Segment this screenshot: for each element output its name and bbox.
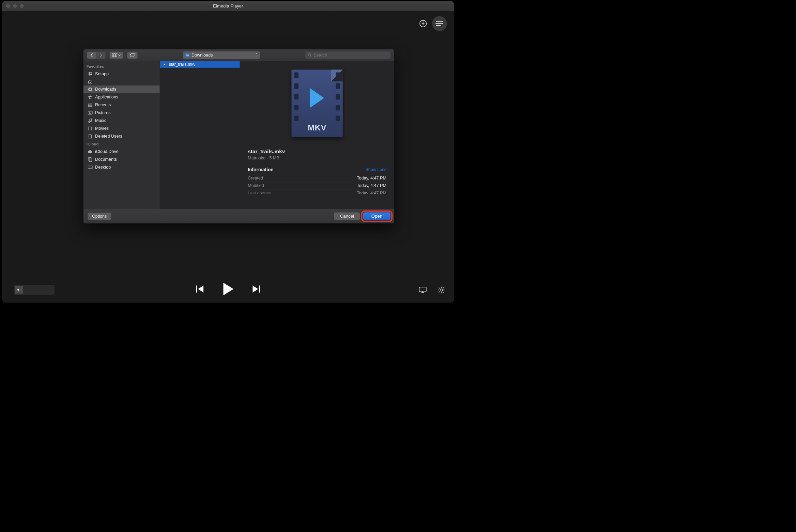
info-row: Last openedToday, 4:47 PM (248, 189, 386, 194)
svg-rect-31 (89, 158, 92, 161)
documents-icon (88, 157, 93, 162)
sidebar-item-label: Downloads (95, 87, 116, 92)
info-value: Today, 4:47 PM (357, 175, 386, 181)
open-file-dialog: Downloads ⌃⌄ FavoritesSetappDownloadsApp… (83, 49, 394, 223)
svg-line-43 (443, 292, 444, 293)
svg-point-37 (440, 289, 443, 291)
svg-rect-19 (88, 104, 92, 107)
sidebar-section-header: Favorites (83, 62, 160, 70)
open-button-highlight: Open (361, 210, 393, 222)
sidebar-item-desktop[interactable]: Desktop (83, 163, 160, 171)
forward-button[interactable] (96, 52, 106, 59)
view-mode-button[interactable] (109, 52, 123, 59)
sidebar-item-pictures[interactable]: Pictures (83, 109, 160, 117)
app-window: Elmedia Player (2, 1, 454, 303)
file-row[interactable]: star_trails.mkv (160, 61, 240, 67)
svg-rect-16 (88, 74, 90, 76)
svg-rect-6 (114, 53, 115, 57)
sidebar: FavoritesSetappDownloadsApplicationsRece… (83, 61, 160, 209)
sidebar-item-label: Deleted Users (95, 134, 122, 139)
sidebar-item-icloud-drive[interactable]: iCloud Drive (83, 148, 160, 156)
airplay-button[interactable] (419, 287, 427, 293)
setapp-icon (88, 71, 93, 76)
svg-point-23 (89, 112, 91, 114)
cloud-icon (88, 149, 93, 154)
svg-line-42 (439, 287, 440, 288)
app-title: Elmedia Player (2, 3, 454, 9)
sidebar-item-label: Movies (95, 126, 109, 131)
svg-rect-5 (112, 53, 113, 57)
home-icon (88, 79, 93, 84)
folder-icon (185, 53, 190, 57)
chevron-down-icon (118, 54, 121, 56)
svg-line-44 (443, 287, 444, 288)
applications-icon (88, 95, 93, 100)
sidebar-item-documents[interactable]: Documents (83, 156, 160, 163)
svg-rect-17 (90, 74, 92, 76)
volume-icon (15, 286, 23, 294)
location-popup[interactable]: Downloads ⌃⌄ (183, 51, 260, 59)
info-label: Last opened (248, 191, 271, 193)
svg-rect-35 (259, 285, 260, 293)
svg-point-4 (435, 23, 436, 24)
options-button[interactable]: Options (88, 213, 111, 220)
downloads-icon (88, 87, 93, 92)
svg-rect-7 (116, 53, 117, 57)
video-file-icon (163, 63, 167, 66)
back-button[interactable] (87, 52, 96, 59)
svg-rect-11 (186, 54, 187, 55)
search-field[interactable] (305, 51, 391, 59)
volume-control[interactable] (14, 285, 55, 295)
document-icon (88, 134, 93, 139)
movies-icon (88, 126, 93, 131)
file-type-label: MKV (291, 123, 342, 133)
sidebar-item-label: Pictures (95, 110, 111, 115)
nav-segment (87, 52, 106, 59)
svg-rect-9 (131, 53, 135, 56)
sidebar-item-label: Documents (95, 157, 117, 162)
playlist-button[interactable] (432, 16, 447, 31)
sidebar-item-deleted-users[interactable]: Deleted Users (83, 132, 160, 140)
info-value: Today, 4:47 PM (357, 183, 386, 188)
music-icon (88, 118, 93, 123)
show-less-link[interactable]: Show Less (365, 167, 386, 172)
titlebar: Elmedia Player (2, 1, 454, 11)
next-track-button[interactable] (252, 284, 260, 294)
group-button[interactable] (127, 52, 138, 59)
info-row: CreatedToday, 4:47 PM (248, 174, 386, 182)
svg-point-12 (308, 53, 310, 56)
popup-chevrons-icon: ⌃⌄ (255, 53, 258, 57)
cancel-button[interactable]: Cancel (334, 212, 360, 220)
info-header-label: Information (248, 167, 274, 172)
file-name: star_trails.mkv (169, 62, 196, 67)
sidebar-item-label: Recents (95, 103, 111, 108)
previous-track-button[interactable] (196, 284, 204, 294)
dialog-footer: Options Cancel Open (83, 209, 394, 223)
search-input[interactable] (313, 52, 388, 58)
dialog-toolbar: Downloads ⌃⌄ (83, 49, 394, 61)
download-icon[interactable] (419, 20, 427, 28)
view-mode-segment (109, 52, 123, 59)
sidebar-item-music[interactable]: Music (83, 117, 160, 125)
sidebar-item-recents[interactable]: Recents (83, 101, 160, 109)
sidebar-item-downloads[interactable]: Downloads (83, 85, 160, 93)
search-icon (308, 53, 311, 57)
sidebar-item-movies[interactable]: Movies (83, 125, 160, 132)
settings-button[interactable] (438, 286, 445, 294)
player-controls (2, 276, 454, 303)
open-button[interactable]: Open (363, 212, 391, 220)
svg-rect-34 (196, 285, 197, 293)
svg-rect-15 (90, 72, 92, 74)
location-label: Downloads (192, 52, 213, 58)
sidebar-item-label: Music (95, 118, 106, 123)
sidebar-item-setapp[interactable]: Setapp (83, 70, 160, 78)
play-button[interactable] (222, 282, 234, 296)
pictures-icon (88, 110, 93, 115)
svg-rect-14 (88, 72, 90, 74)
sidebar-item-applications[interactable]: Applications (83, 93, 160, 101)
info-label: Created (248, 175, 263, 181)
recents-icon (88, 103, 93, 108)
file-preview-icon: MKV (291, 70, 342, 137)
sidebar-item-home[interactable] (83, 78, 160, 85)
sidebar-section-header: iCloud (83, 140, 160, 147)
